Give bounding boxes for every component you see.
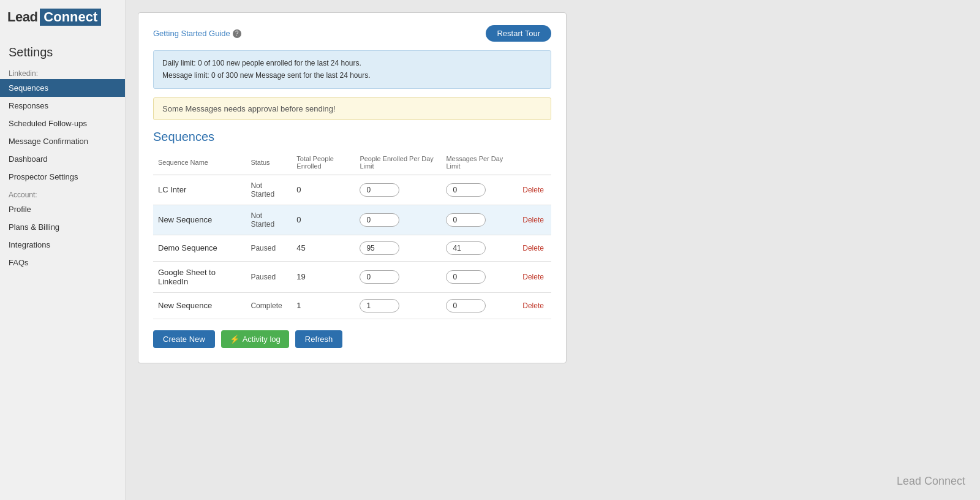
col-status: Status — [246, 151, 292, 175]
linkedin-section-label: Linkedin: — [0, 64, 125, 79]
seq-msg-day-input-3[interactable] — [446, 270, 486, 284]
seq-status-1: Not Started — [246, 205, 292, 235]
activity-icon: ⚡ — [230, 335, 239, 344]
seq-status-3: Paused — [246, 261, 292, 292]
seq-msg-day-input-4[interactable] — [446, 299, 486, 312]
seq-msg-day-input-2[interactable] — [446, 241, 486, 255]
delete-button-1[interactable]: Delete — [520, 214, 546, 225]
info-banner: Daily limit: 0 of 100 new people enrolle… — [153, 50, 551, 89]
seq-msg-day-input-1[interactable] — [446, 213, 486, 227]
sidebar-item-sequences[interactable]: Sequences — [0, 79, 125, 97]
getting-started-link[interactable]: Getting Started Guide ? — [153, 29, 241, 38]
content-card: Getting Started Guide ? Restart Tour Dai… — [138, 12, 567, 363]
sidebar-item-scheduled-followups[interactable]: Scheduled Follow-ups — [0, 115, 125, 132]
seq-msg-day-input-0[interactable] — [446, 183, 486, 197]
col-total: Total People Enrolled — [292, 151, 355, 175]
seq-per-day-input-2[interactable] — [360, 241, 399, 255]
table-row: New Sequence Complete 1 Delete — [153, 292, 551, 319]
seq-msg-day-cell-2 — [441, 235, 515, 261]
seq-name-1: New Sequence — [153, 205, 246, 235]
table-row: Demo Sequence Paused 45 Delete — [153, 235, 551, 261]
sidebar-item-integrations[interactable]: Integrations — [0, 236, 125, 254]
col-per-day: People Enrolled Per Day Limit — [355, 151, 441, 175]
seq-per-day-cell-0 — [355, 175, 441, 205]
watermark: Lead Connect — [897, 475, 965, 488]
sidebar-item-faqs[interactable]: FAQs — [0, 254, 125, 271]
seq-per-day-cell-4 — [355, 292, 441, 319]
sidebar-item-profile[interactable]: Profile — [0, 200, 125, 218]
account-section-label: Account: — [0, 186, 125, 200]
seq-per-day-cell-3 — [355, 261, 441, 292]
delete-button-0[interactable]: Delete — [520, 184, 546, 195]
seq-msg-day-cell-3 — [441, 261, 515, 292]
warning-banner: Some Messages needs approval before send… — [153, 97, 551, 120]
help-icon: ? — [233, 29, 241, 38]
sidebar-item-dashboard[interactable]: Dashboard — [0, 150, 125, 168]
seq-delete-cell-0: Delete — [515, 175, 551, 205]
seq-delete-cell-1: Delete — [515, 205, 551, 235]
seq-per-day-cell-1 — [355, 205, 441, 235]
seq-msg-day-cell-4 — [441, 292, 515, 319]
seq-name-3: Google Sheet to LinkedIn — [153, 261, 246, 292]
seq-total-0: 0 — [292, 175, 355, 205]
main-content: Getting Started Guide ? Restart Tour Dai… — [126, 0, 980, 500]
seq-status-0: Not Started — [246, 175, 292, 205]
create-new-button[interactable]: Create New — [153, 330, 215, 348]
guide-bar: Getting Started Guide ? Restart Tour — [153, 25, 551, 42]
guide-link-label: Getting Started Guide — [153, 29, 230, 38]
warning-text: Some Messages needs approval before send… — [162, 104, 336, 113]
seq-total-1: 0 — [292, 205, 355, 235]
col-name: Sequence Name — [153, 151, 246, 175]
seq-total-3: 19 — [292, 261, 355, 292]
logo-area: Lead Connect — [0, 0, 125, 34]
seq-name-2: Demo Sequence — [153, 235, 246, 261]
seq-total-4: 1 — [292, 292, 355, 319]
sidebar-item-plans-billing[interactable]: Plans & Billing — [0, 218, 125, 236]
seq-per-day-input-1[interactable] — [360, 213, 399, 227]
logo-connect: Connect — [40, 9, 101, 26]
activity-log-label: Activity log — [243, 335, 281, 344]
sidebar-item-message-confirmation[interactable]: Message Confirmation — [0, 132, 125, 150]
seq-msg-day-cell-1 — [441, 205, 515, 235]
delete-button-3[interactable]: Delete — [520, 271, 546, 282]
delete-button-2[interactable]: Delete — [520, 243, 546, 254]
seq-status-2: Paused — [246, 235, 292, 261]
sidebar-item-prospector-settings[interactable]: Prospector Settings — [0, 168, 125, 186]
seq-total-2: 45 — [292, 235, 355, 261]
bottom-actions: Create New ⚡ Activity log Refresh — [153, 330, 551, 348]
sidebar-content: Settings Linkedin: Sequences Responses S… — [0, 34, 125, 276]
seq-name-0: LC Inter — [153, 175, 246, 205]
refresh-button[interactable]: Refresh — [295, 330, 343, 348]
sidebar-item-responses[interactable]: Responses — [0, 97, 125, 115]
seq-delete-cell-4: Delete — [515, 292, 551, 319]
sidebar: Lead Connect Settings Linkedin: Sequence… — [0, 0, 126, 500]
table-row: LC Inter Not Started 0 Delete — [153, 175, 551, 205]
daily-limit-text: Daily limit: 0 of 100 new people enrolle… — [162, 57, 542, 69]
seq-delete-cell-3: Delete — [515, 261, 551, 292]
activity-log-button[interactable]: ⚡ Activity log — [221, 330, 289, 348]
col-messages: Messages Per Day Limit — [441, 151, 515, 175]
table-row: New Sequence Not Started 0 Delete — [153, 205, 551, 235]
seq-status-4: Complete — [246, 292, 292, 319]
sequences-table: Sequence Name Status Total People Enroll… — [153, 151, 551, 319]
seq-per-day-input-3[interactable] — [360, 270, 399, 284]
seq-per-day-input-0[interactable] — [360, 183, 399, 197]
seq-msg-day-cell-0 — [441, 175, 515, 205]
delete-button-4[interactable]: Delete — [520, 300, 546, 311]
seq-per-day-input-4[interactable] — [360, 299, 399, 312]
restart-tour-button[interactable]: Restart Tour — [486, 25, 551, 42]
logo-lead: Lead — [7, 9, 37, 25]
seq-name-4: New Sequence — [153, 292, 246, 319]
seq-per-day-cell-2 — [355, 235, 441, 261]
settings-heading: Settings — [0, 39, 125, 64]
table-row: Google Sheet to LinkedIn Paused 19 Delet… — [153, 261, 551, 292]
sequences-title: Sequences — [153, 130, 551, 144]
message-limit-text: Message limit: 0 of 300 new Message sent… — [162, 69, 542, 81]
seq-delete-cell-2: Delete — [515, 235, 551, 261]
